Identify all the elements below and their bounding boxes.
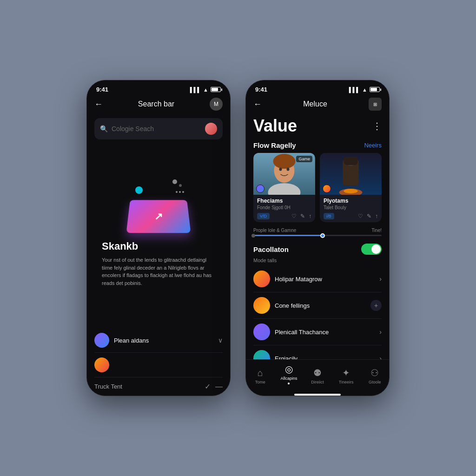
p2-item-3[interactable]: Plenicall Thachance › bbox=[253, 319, 382, 345]
page-title-section: Value ⋮ bbox=[246, 114, 389, 139]
p2-avatar-3 bbox=[253, 324, 270, 340]
section-header: Flow Ragelly Neeirs bbox=[246, 139, 389, 153]
card-badge-1: Game bbox=[296, 156, 312, 162]
search-section: 🔍 Cologie Seach bbox=[87, 114, 230, 143]
check-icon: ✓ bbox=[205, 382, 211, 391]
truck-item[interactable]: Truck Tent ✓ — bbox=[87, 377, 230, 396]
nav-bar-1: ← Search bar M bbox=[87, 96, 230, 114]
nav-item-direct[interactable]: ⚉ Direiict bbox=[306, 367, 329, 384]
card-sub-2: Talet Bouly bbox=[324, 205, 378, 210]
chevron-icon-1: ∨ bbox=[218, 337, 223, 344]
p2-name-2: Cone fellings bbox=[275, 302, 310, 309]
list-item-1[interactable]: Plean aldans ∨ bbox=[94, 328, 223, 353]
truck-controls: ✓ — bbox=[205, 382, 223, 391]
card-name-2: Plyotams bbox=[324, 198, 378, 204]
svg-point-6 bbox=[279, 168, 282, 171]
wifi-icon-1: ▲ bbox=[203, 87, 208, 93]
p2-avatar-1 bbox=[253, 271, 270, 287]
search-box[interactable]: 🔍 Cologie Seach bbox=[94, 118, 223, 139]
nav-item-allcapins[interactable]: ◎ Allcapins bbox=[277, 364, 300, 384]
list-name-1: Plean aldans bbox=[114, 337, 149, 344]
svg-point-7 bbox=[287, 168, 290, 171]
slider-thumb[interactable] bbox=[320, 233, 325, 238]
battery-icon-1 bbox=[211, 87, 221, 92]
nav-label-tineirs: Tineeirs bbox=[339, 380, 354, 384]
card-1[interactable]: Game Fheciams Fonde Sjgotl 0H V/D ♡ ✎ ↑ bbox=[253, 153, 315, 222]
app-title: Skankb bbox=[94, 240, 223, 252]
bottom-nav: ⌂ Tome ◎ Allcapins ⚉ Direiict ✦ Tineeirs… bbox=[246, 359, 389, 392]
p2-item-1[interactable]: Holipar Matagrow › bbox=[253, 266, 382, 292]
p2-plus-2[interactable]: + bbox=[370, 300, 382, 311]
phone-2: 9:41 ▌▌▌ ▲ ← Meluce ⊞ Value ⋮ Flow Ragel… bbox=[245, 80, 390, 396]
back-button-1[interactable]: ← bbox=[94, 99, 103, 109]
card-icons-1: ♡ ✎ ↑ bbox=[291, 213, 311, 219]
toggle-row: Pacollaton bbox=[246, 241, 389, 258]
card-2[interactable]: Plyotams Talet Bouly i/B ♡ ✎ ↑ bbox=[320, 153, 382, 222]
people-icon: ⚉ bbox=[313, 367, 322, 378]
toggle-switch[interactable] bbox=[361, 244, 382, 255]
share-icon-2[interactable]: ↑ bbox=[375, 213, 378, 219]
list-section-1: Plean aldans ∨ bbox=[87, 328, 230, 377]
nav-title-1: Search bar bbox=[138, 100, 174, 108]
p2-item-left-1: Holipar Matagrow bbox=[253, 271, 322, 287]
card-small-avatar-1 bbox=[256, 185, 264, 193]
home-indicator bbox=[294, 394, 341, 396]
back-button-2[interactable]: ← bbox=[253, 99, 262, 109]
illustration-graphic: ↗ bbox=[121, 177, 196, 233]
phone1-content: 🔍 Cologie Seach bbox=[87, 114, 230, 396]
home-icon: ⌂ bbox=[258, 368, 263, 378]
list-item-2[interactable] bbox=[94, 353, 223, 377]
mode-label: Mode talls bbox=[246, 258, 389, 266]
nav-item-tineirs[interactable]: ✦ Tineeirs bbox=[335, 367, 358, 384]
p2-item-2[interactable]: Cone fellings + bbox=[253, 292, 382, 319]
share-icon-1[interactable]: ↑ bbox=[309, 213, 311, 219]
nav-label-home: Tome bbox=[255, 380, 265, 384]
signal-icon-2: ▌▌▌ bbox=[349, 87, 360, 93]
toggle-knob bbox=[371, 245, 381, 254]
dot-gray bbox=[172, 179, 177, 184]
dot-blue bbox=[135, 186, 143, 194]
nav-label-direct: Direiict bbox=[311, 380, 324, 384]
tablet-shape: ↗ bbox=[126, 200, 191, 233]
p2-item-left-3: Plenicall Thachance bbox=[253, 324, 329, 340]
card-info-2: Plyotams Talet Bouly i/B ♡ ✎ ↑ bbox=[320, 195, 382, 222]
p2-chevron-4: › bbox=[379, 355, 382, 359]
slider-fill bbox=[253, 235, 324, 236]
p2-item-4[interactable]: Ergiacily › bbox=[253, 345, 382, 359]
dot-small bbox=[179, 184, 182, 187]
tablet-arrow: ↗ bbox=[154, 212, 163, 219]
p2-chevron-3: › bbox=[379, 328, 382, 336]
section-link[interactable]: Neeirs bbox=[364, 142, 382, 149]
card-name-1: Fheciams bbox=[257, 198, 311, 204]
dots-group bbox=[176, 191, 184, 193]
slider-section: Prople lole & Gamne Tine! bbox=[246, 228, 389, 241]
edit-icon-2[interactable]: ✎ bbox=[367, 213, 371, 219]
p2-chevron-1: › bbox=[379, 275, 382, 283]
nav-item-gtoole[interactable]: ⚇ Gtoole bbox=[363, 367, 386, 384]
signal-icon-1: ▌▌▌ bbox=[190, 87, 201, 93]
p2-item-left-2: Cone fellings bbox=[253, 297, 310, 314]
edit-icon-1[interactable]: ✎ bbox=[300, 213, 305, 219]
search-user-avatar bbox=[205, 123, 217, 135]
slider-track[interactable] bbox=[253, 235, 382, 236]
card-info-1: Fheciams Fonde Sjgotl 0H V/D ♡ ✎ ↑ bbox=[253, 195, 315, 222]
like-icon-1[interactable]: ♡ bbox=[291, 213, 297, 219]
status-time-2: 9:41 bbox=[255, 86, 267, 93]
list-item-left-1: Plean aldans bbox=[94, 333, 149, 348]
camera-icon: ◎ bbox=[285, 364, 293, 375]
nav-label-gtoole: Gtoole bbox=[369, 380, 381, 384]
status-bar-2: 9:41 ▌▌▌ ▲ bbox=[246, 80, 389, 96]
card-icons-2: ♡ ✎ ↑ bbox=[358, 213, 378, 219]
phone2-content: Value ⋮ Flow Ragelly Neeirs bbox=[246, 114, 389, 396]
status-bar-1: 9:41 ▌▌▌ ▲ bbox=[87, 80, 230, 96]
search-placeholder: Cologie Seach bbox=[112, 125, 201, 132]
card-actions-2: i/B ♡ ✎ ↑ bbox=[324, 213, 378, 219]
card-small-avatar-2 bbox=[323, 185, 331, 193]
svg-rect-11 bbox=[344, 157, 358, 165]
more-options-icon[interactable]: ⋮ bbox=[372, 120, 382, 132]
dash-icon: — bbox=[215, 383, 223, 391]
illustration-area: ↗ Skankb Your nst of out the lends to gl… bbox=[87, 143, 230, 328]
nav-avatar-2: ⊞ bbox=[369, 98, 382, 111]
nav-item-home[interactable]: ⌂ Tome bbox=[249, 368, 272, 384]
like-icon-2[interactable]: ♡ bbox=[358, 213, 363, 219]
